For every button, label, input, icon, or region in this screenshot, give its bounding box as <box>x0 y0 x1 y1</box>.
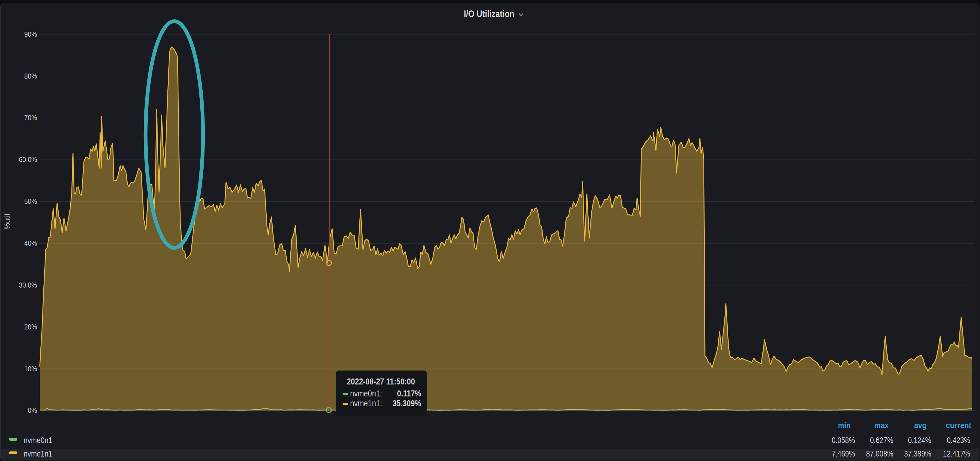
svg-text:37.389%: 37.389% <box>904 449 931 458</box>
svg-text:20%: 20% <box>24 323 37 331</box>
svg-text:7.469%: 7.469% <box>832 449 855 458</box>
svg-text:90%: 90% <box>24 30 37 38</box>
svg-text:60.0%: 60.0% <box>19 156 37 164</box>
svg-text:0.423%: 0.423% <box>947 436 970 445</box>
svg-text:max: max <box>875 421 889 430</box>
svg-text:87.008%: 87.008% <box>866 449 893 458</box>
svg-text:nvme0n1:: nvme0n1: <box>350 389 382 398</box>
svg-text:0.627%: 0.627% <box>870 436 893 445</box>
svg-text:80%: 80% <box>24 72 37 80</box>
svg-text:10%: 10% <box>24 365 37 373</box>
svg-text:%util: %util <box>3 214 11 229</box>
svg-text:nvme1n1: nvme1n1 <box>24 449 52 458</box>
svg-text:30.0%: 30.0% <box>19 281 37 289</box>
svg-text:I/O Utilization: I/O Utilization <box>464 9 514 19</box>
svg-text:current: current <box>946 421 971 430</box>
svg-text:avg: avg <box>914 421 926 430</box>
svg-text:nvme0n1: nvme0n1 <box>24 436 52 445</box>
svg-text:min: min <box>838 421 851 430</box>
svg-text:nvme1n1:: nvme1n1: <box>350 399 382 408</box>
svg-text:2022-08-27 11:50:00: 2022-08-27 11:50:00 <box>347 377 415 386</box>
svg-text:0.117%: 0.117% <box>397 389 421 398</box>
svg-text:0.124%: 0.124% <box>908 436 931 445</box>
svg-text:50%: 50% <box>24 197 37 205</box>
svg-text:35.309%: 35.309% <box>393 399 421 408</box>
svg-text:12.417%: 12.417% <box>943 449 970 458</box>
svg-text:0%: 0% <box>28 406 37 414</box>
svg-text:70%: 70% <box>24 114 37 122</box>
svg-text:40%: 40% <box>24 239 37 247</box>
svg-text:0.058%: 0.058% <box>832 436 855 445</box>
